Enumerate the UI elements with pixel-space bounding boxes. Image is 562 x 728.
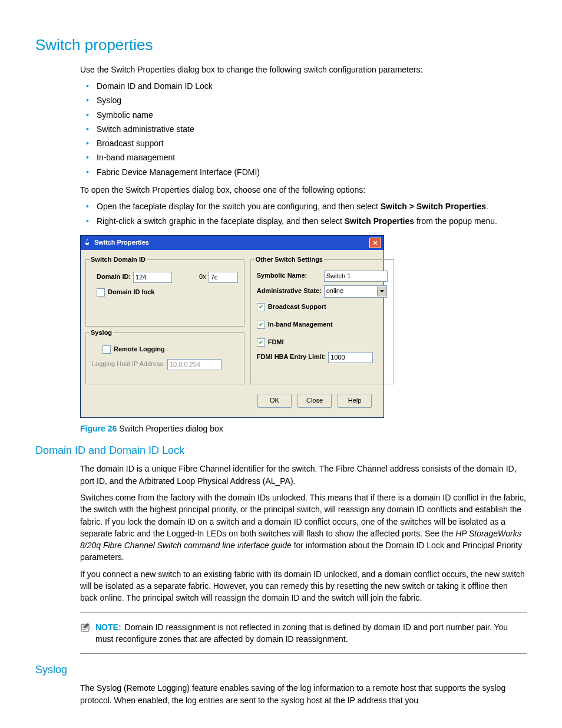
note-icon <box>80 622 91 645</box>
menu-path: Switch > Switch Properties <box>381 202 486 211</box>
symbolic-name-input[interactable] <box>324 271 388 282</box>
text: . <box>486 202 488 211</box>
chevron-down-icon <box>377 286 386 297</box>
domain-id-lock-label: Domain ID lock <box>108 288 154 297</box>
administrative-state-select[interactable]: online <box>324 285 387 298</box>
domain-id-hex-input[interactable] <box>209 272 238 283</box>
list-item: Syslog <box>80 94 527 106</box>
broadcast-support-checkbox[interactable]: ✔ <box>257 303 265 311</box>
heading-syslog: Syslog <box>35 662 527 677</box>
list-item: Domain ID and Domain ID Lock <box>80 80 527 92</box>
logging-host-ip-label: Logging Host IP Address: <box>92 360 165 369</box>
body-paragraph: Switches come from the factory with the … <box>80 492 527 564</box>
switch-properties-dialog: Switch Properties Switch Domain ID Domai… <box>80 235 384 418</box>
hex-prefix-label: 0x <box>199 272 206 282</box>
syslog-group: Syslog Remote Logging Logging Host IP Ad… <box>85 332 244 384</box>
other-switch-settings-group: Other Switch Settings Symbolic Name: Adm… <box>250 259 394 384</box>
group-legend: Syslog <box>90 328 113 338</box>
fdmi-hba-limit-label: FDMI HBA Entry Limit: <box>257 353 326 362</box>
help-button[interactable]: Help <box>338 394 372 408</box>
intro-paragraph: Use the Switch Properties dialog box to … <box>80 64 527 75</box>
figure-caption: Figure 26 Switch Properties dialog box <box>80 423 527 434</box>
remote-logging-label: Remote Logging <box>114 345 165 354</box>
list-item: Right-click a switch graphic in the face… <box>80 215 527 227</box>
group-legend: Other Switch Settings <box>254 255 324 265</box>
body-paragraph: The domain ID is a unique Fibre Channel … <box>80 463 527 487</box>
logging-host-ip-input <box>167 359 222 370</box>
list-item: Switch administrative state <box>80 123 527 135</box>
heading-switch-properties: Switch properties <box>35 34 527 57</box>
inband-management-checkbox[interactable]: ✔ <box>257 321 265 329</box>
menu-path: Switch Properties <box>345 216 414 226</box>
dialog-title: Switch Properties <box>94 238 369 248</box>
divider <box>80 612 527 613</box>
close-button[interactable]: Close <box>297 394 332 408</box>
broadcast-support-label: Broadcast Support <box>268 302 326 312</box>
open-dialog-paragraph: To open the Switch Properties dialog box… <box>80 184 527 196</box>
text: Domain ID reassignment is not reflected … <box>95 622 508 644</box>
symbolic-name-label: Symbolic Name: <box>257 271 322 281</box>
select-value: online <box>326 286 343 296</box>
remote-logging-checkbox[interactable] <box>103 345 111 354</box>
group-legend: Switch Domain ID <box>90 255 147 265</box>
body-paragraph: The Syslog (Remote Logging) feature enab… <box>80 682 527 706</box>
inband-management-label: In-band Management <box>268 320 333 330</box>
text: from the popup menu. <box>414 216 497 226</box>
text: Right-click a switch graphic in the face… <box>97 216 345 226</box>
fdmi-checkbox[interactable]: ✔ <box>257 338 265 347</box>
list-item: Open the faceplate display for the switc… <box>80 200 527 212</box>
text: Open the faceplate display for the switc… <box>97 202 381 211</box>
config-params-list: Domain ID and Domain ID Lock Syslog Symb… <box>80 80 527 178</box>
heading-domain-id-lock: Domain ID and Domain ID Lock <box>35 443 527 458</box>
fdmi-label: FDMI <box>268 338 284 347</box>
note-label: NOTE: <box>95 622 121 632</box>
java-cup-icon <box>83 239 91 247</box>
domain-id-lock-checkbox[interactable] <box>97 288 105 297</box>
close-button[interactable] <box>369 238 381 248</box>
open-options-list: Open the faceplate display for the switc… <box>80 200 527 227</box>
dialog-titlebar: Switch Properties <box>81 236 384 250</box>
close-icon <box>373 241 378 245</box>
body-paragraph: If you connect a new switch to an existi… <box>80 568 527 604</box>
fdmi-hba-limit-input[interactable] <box>328 352 373 363</box>
figure-caption-text: Switch Properties dialog box <box>117 424 223 433</box>
switch-domain-id-group: Switch Domain ID Domain ID: 0x Domain ID… <box>85 259 244 327</box>
list-item: In-band management <box>80 151 527 163</box>
administrative-state-label: Administrative State: <box>257 286 322 296</box>
list-item: Broadcast support <box>80 137 527 149</box>
ok-button[interactable]: OK <box>257 394 292 408</box>
note-text: NOTE:Domain ID reassignment is not refle… <box>95 621 527 645</box>
note-block: NOTE:Domain ID reassignment is not refle… <box>80 621 527 645</box>
list-item: Fabric Device Management Interface (FDMI… <box>80 166 527 178</box>
domain-id-input[interactable] <box>133 272 172 283</box>
divider <box>80 653 527 654</box>
list-item: Symbolic name <box>80 109 527 121</box>
figure-label: Figure 26 <box>80 424 117 433</box>
domain-id-label: Domain ID: <box>97 272 131 282</box>
